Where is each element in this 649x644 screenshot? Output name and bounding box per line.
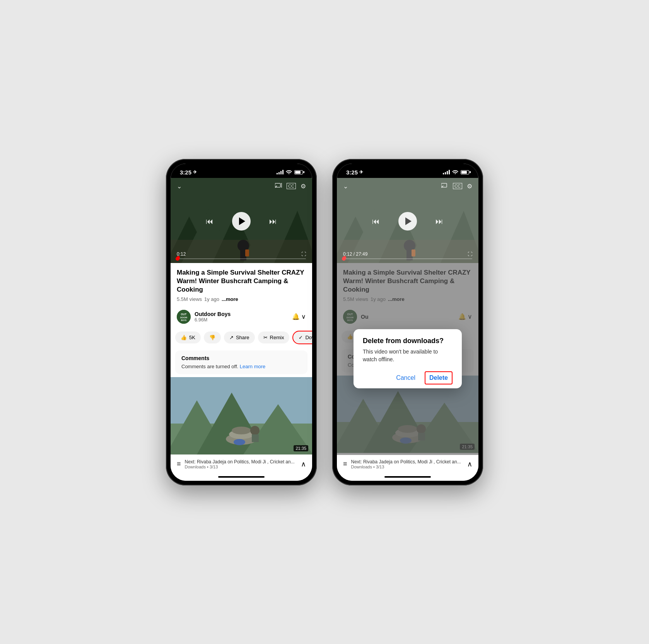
dialog-buttons: Cancel Delete (363, 370, 453, 384)
play-triangle-2 (405, 217, 412, 225)
phone-2: 3:25 ✈ (332, 159, 483, 485)
video-bottom-1: 0:12 ⛶ (171, 248, 312, 263)
status-bar-2: 3:25 ✈ (337, 164, 478, 178)
remix-icon-1: ✂ (263, 335, 268, 340)
skip-back-icon-2[interactable]: ⏮ (372, 217, 380, 226)
share-button-1[interactable]: ↗ Share (224, 331, 255, 343)
progress-bar-2[interactable] (343, 258, 472, 259)
thumb-duration-1: 21:35 (294, 445, 308, 451)
status-left-2: 3:25 ✈ (346, 169, 363, 176)
action-row-1: 👍 5K 👎 ↗ Share ✂ Remix ✓ (171, 328, 312, 347)
bell-icon-1[interactable]: 🔔 (292, 313, 300, 320)
age-1: 1y ago (204, 296, 219, 302)
queue-icon-1[interactable]: ≡ (177, 460, 181, 468)
cast-icon-1[interactable] (275, 183, 282, 190)
remix-button-1[interactable]: ✂ Remix (258, 331, 290, 343)
svg-point-27 (250, 426, 260, 435)
time-2: 3:25 (346, 169, 358, 176)
video-bottom-2: 0:12 / 27:49 ⛶ (337, 248, 478, 263)
bottom-bar-text-2: Next: Rivaba Jadeja on Politics, Modi Ji… (351, 459, 463, 469)
live-dot-1 (177, 256, 180, 259)
skip-back-icon-1[interactable]: ⏮ (206, 217, 213, 226)
video-controls-1: ⏮ ⏭ (171, 212, 312, 231)
cc-icon-2[interactable]: CC (453, 183, 462, 189)
video-top-left-2: ⌄ (343, 183, 348, 190)
progress-bar-1[interactable] (177, 258, 306, 259)
dislike-button-1[interactable]: 👎 (204, 331, 221, 343)
cancel-button[interactable]: Cancel (390, 371, 422, 384)
delete-button[interactable]: Delete (425, 371, 453, 384)
bottom-bar-sub-1: Downloads • 3/13 (185, 465, 297, 469)
home-bar-1 (218, 476, 265, 478)
cast-icon-2[interactable] (441, 183, 448, 190)
more-link-1[interactable]: ...more (222, 296, 238, 302)
checkmark-icon-1: ✓ (299, 335, 303, 340)
signal-icon-1 (277, 170, 284, 174)
comments-text-1: Comments are turned off. Learn more (181, 364, 301, 369)
video-top-right-1: CC ⚙ (275, 183, 306, 190)
live-dot-2 (343, 256, 346, 259)
battery-icon-1 (294, 170, 303, 174)
settings-icon-2[interactable]: ⚙ (467, 183, 472, 190)
play-button-2[interactable] (398, 212, 417, 231)
video-title-1: Making a Simple Survival Shelter CRAZY W… (177, 268, 306, 294)
channel-name-1[interactable]: Outdoor Boys (195, 311, 231, 317)
downloaded-label-1: Downloaded (305, 335, 312, 340)
phone-1-inner: 3:25 ✈ (171, 164, 312, 481)
content-area-1[interactable]: Making a Simple Survival Shelter CRAZY W… (171, 263, 312, 455)
bottom-bar-sub-2: Downloads • 3/13 (351, 465, 463, 469)
video-meta-1: 5.5M views 1y ago ...more (177, 296, 306, 302)
content-area-2[interactable]: Making a Simple Survival Shelter CRAZY W… (337, 263, 478, 455)
dislike-icon-1: 👎 (209, 335, 215, 340)
channel-subs-1: 6.96M (195, 317, 231, 323)
location-icon-1: ✈ (193, 169, 197, 175)
expand-button-1[interactable]: ∧ (301, 460, 306, 468)
location-icon-2: ✈ (359, 169, 363, 175)
dialog-body: This video won't be available to watch o… (363, 348, 453, 363)
home-bar-2 (384, 476, 431, 478)
like-button-1[interactable]: 👍 5K (175, 331, 201, 343)
expand-icon-1[interactable]: ⛶ (301, 251, 306, 257)
svg-text:BOYS: BOYS (181, 319, 187, 321)
chevron-icon-1[interactable]: ∨ (301, 313, 306, 320)
like-icon-1: 👍 (181, 335, 187, 340)
bottom-bar-1: ≡ Next: Rivaba Jadeja on Politics, Modi … (171, 455, 312, 473)
chevron-down-icon-1[interactable]: ⌄ (177, 183, 182, 190)
downloaded-button-1[interactable]: ✓ Downloaded (292, 331, 312, 344)
skip-forward-icon-1[interactable]: ⏭ (269, 217, 277, 226)
video-player-2[interactable]: ⌄ CC ⚙ (337, 178, 478, 263)
phones-container: 3:25 ✈ (166, 159, 483, 485)
play-button-1[interactable] (232, 212, 251, 231)
bottom-bar-2: ≡ Next: Rivaba Jadeja on Politics, Modi … (337, 455, 478, 473)
video-player-1[interactable]: ⌄ (171, 178, 312, 263)
next-video-thumb-1[interactable]: 21:35 (171, 377, 312, 454)
view-count-1: 5.5M views (177, 296, 202, 302)
learn-more-link-1[interactable]: Learn more (240, 364, 265, 369)
chevron-down-icon-2[interactable]: ⌄ (343, 183, 348, 190)
expand-icon-2[interactable]: ⛶ (468, 251, 472, 257)
signal-icon-2 (443, 170, 450, 174)
channel-row-1: OUT DOOR BOYS Outdoor Boys 6.96M 🔔 ∨ (171, 306, 312, 328)
wifi-icon-1 (286, 169, 292, 175)
video-time-1: 0:12 ⛶ (177, 251, 306, 257)
channel-avatar-1[interactable]: OUT DOOR BOYS (177, 310, 191, 324)
video-controls-2: ⏮ ⏭ (337, 212, 478, 231)
video-top-bar-1: ⌄ (171, 178, 312, 195)
channel-info-1: Outdoor Boys 6.96M (195, 311, 231, 323)
bottom-bar-next-1: Next: Rivaba Jadeja on Politics, Modi Ji… (185, 459, 297, 465)
channel-left-1: OUT DOOR BOYS Outdoor Boys 6.96M (177, 310, 231, 324)
settings-icon-1[interactable]: ⚙ (301, 183, 306, 190)
video-time-2: 0:12 / 27:49 ⛶ (343, 251, 472, 257)
status-right-2 (443, 169, 469, 175)
queue-icon-2[interactable]: ≡ (343, 460, 347, 468)
expand-button-2[interactable]: ∧ (467, 460, 472, 468)
share-label-1: Share (236, 335, 249, 340)
cc-icon-1[interactable]: CC (287, 183, 296, 189)
remix-label-1: Remix (270, 335, 284, 340)
phone-2-inner: 3:25 ✈ (337, 164, 478, 481)
skip-forward-icon-2[interactable]: ⏭ (436, 217, 443, 226)
video-top-left-1: ⌄ (177, 183, 182, 190)
bottom-title-1: Rivaba Jadeja on Politics, Modi Ji , Cri… (197, 459, 295, 465)
svg-text:OUT: OUT (181, 313, 187, 316)
time-1: 3:25 (180, 169, 191, 176)
